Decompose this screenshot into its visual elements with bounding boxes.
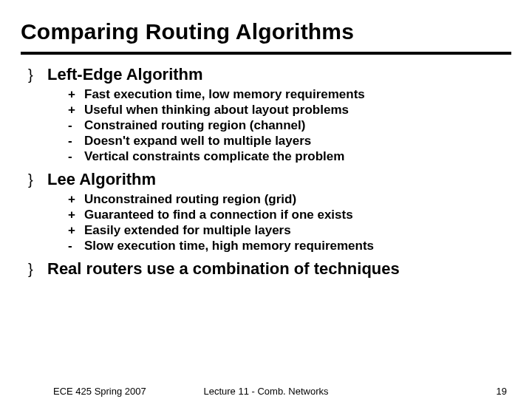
item-text: Guaranteed to find a connection if one e… (84, 208, 353, 222)
item-text: Vertical constraints complicate the prob… (84, 149, 344, 164)
list-item: -Constrained routing region (channel) (68, 118, 511, 133)
list-item: +Guaranteed to find a connection if one … (68, 208, 511, 222)
bullet-icon: } (28, 171, 47, 188)
bullet-icon: } (28, 66, 47, 83)
sections: } Left-Edge Algorithm +Fast execution ti… (21, 65, 511, 279)
item-sign: - (68, 118, 84, 133)
list-item: +Easily extended for multiple layers (68, 223, 511, 238)
bullet-icon: } (28, 261, 47, 278)
section-title: Real routers use a combination of techni… (47, 259, 400, 279)
item-text: Unconstrained routing region (grid) (84, 192, 296, 207)
list-item: -Vertical constraints complicate the pro… (68, 149, 511, 164)
section-head: } Lee Algorithm (28, 170, 511, 189)
item-sign: + (68, 103, 84, 117)
list-item: +Useful when thinking about layout probl… (68, 103, 511, 117)
footer-page-number: 19 (497, 386, 507, 397)
item-sign: - (68, 149, 84, 164)
footer-center: Lecture 11 - Comb. Networks (0, 386, 532, 397)
item-text: Easily extended for multiple layers (84, 223, 291, 238)
slide: Comparing Routing Algorithms } Left-Edge… (0, 0, 532, 399)
title-rule (21, 52, 511, 55)
list-item: -Doesn't expand well to multiple layers (68, 134, 511, 149)
section-head: } Real routers use a combination of tech… (28, 259, 511, 279)
item-sign: + (68, 192, 84, 207)
item-text: Slow execution time, high memory require… (84, 239, 374, 253)
section-head: } Left-Edge Algorithm (28, 65, 511, 84)
item-text: Constrained routing region (channel) (84, 118, 305, 133)
list-item: +Fast execution time, low memory require… (68, 87, 511, 102)
item-sign: - (68, 239, 84, 253)
item-text: Useful when thinking about layout proble… (84, 103, 349, 117)
section-title: Lee Algorithm (47, 170, 156, 189)
list-item: -Slow execution time, high memory requir… (68, 239, 511, 253)
list-item: +Unconstrained routing region (grid) (68, 192, 511, 207)
item-sign: + (68, 223, 84, 238)
item-text: Doesn't expand well to multiple layers (84, 134, 311, 149)
item-sign: + (68, 208, 84, 222)
slide-title: Comparing Routing Algorithms (21, 19, 511, 44)
section-title: Left-Edge Algorithm (47, 65, 203, 84)
section-items: +Fast execution time, low memory require… (28, 87, 511, 164)
section-items: +Unconstrained routing region (grid) +Gu… (28, 192, 511, 253)
item-sign: - (68, 134, 84, 149)
item-sign: + (68, 87, 84, 102)
item-text: Fast execution time, low memory requirem… (84, 87, 365, 102)
